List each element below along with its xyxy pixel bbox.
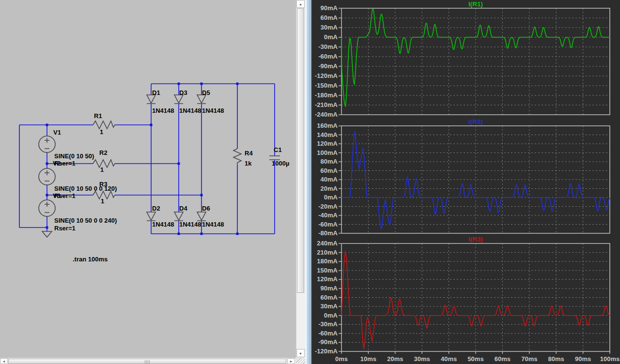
resistor-r2[interactable] [93, 160, 115, 167]
app-window: { "schematic": { "directive": ".tran 100… [0, 0, 620, 364]
r2-value-label: 1 [100, 167, 104, 173]
pane-title-ir2: I(R2) [468, 118, 483, 125]
d5-value-label: 1N4148 [202, 107, 224, 114]
diode-d4[interactable] [174, 212, 183, 221]
y-tick-label: -120mA [315, 348, 338, 355]
y-tick-label: -60mA [318, 330, 338, 337]
r4-name-label: R4 [245, 150, 253, 157]
v3-rser-label: Rser=1 [54, 225, 76, 232]
y-tick-label: -60mA [318, 53, 338, 60]
schematic-editor[interactable]: V1 SINE(0 10 50) V2 Rser=1 SINE(0 10 50 … [0, 0, 296, 358]
y-tick-label: -90mA [318, 338, 338, 346]
resistor-r1[interactable] [93, 121, 115, 129]
r4-value-label: 1k [245, 160, 251, 167]
plot-frame [341, 8, 610, 115]
y-tick-label: -60mA [318, 221, 338, 228]
voltage-source-v1[interactable] [39, 136, 55, 152]
r2-name-label: R2 [99, 150, 108, 156]
resize-grip[interactable] [296, 358, 305, 364]
horizontal-scrollbar[interactable]: ◄ ► [0, 358, 305, 364]
y-tick-label: 120mA [317, 140, 338, 147]
y-tick-label: 120mA [317, 275, 338, 283]
scroll-left-button[interactable]: ◄ [0, 358, 8, 364]
voltage-source-v3[interactable] [39, 200, 55, 216]
d4-value-label: 1N4148 [179, 221, 202, 228]
waveform-canvas: 90mA60mA30mA0mA-30mA-60mA-90mA-120mA-150… [312, 0, 620, 364]
v1-rser-label: Rser=1 [54, 160, 76, 167]
y-tick-label: -30mA [318, 43, 338, 50]
y-tick-label: 180mA [317, 258, 338, 265]
y-tick-label: -180mA [315, 91, 338, 99]
d5-name-label: D5 [202, 90, 210, 96]
d3-value-label: 1N4148 [179, 107, 202, 114]
panel-splitter[interactable] [305, 0, 312, 364]
trace-ir3 [341, 251, 610, 349]
vertical-scrollbar[interactable]: ▲ ▼ [296, 0, 305, 358]
scroll-thumb-grip [145, 360, 150, 364]
y-tick-label: 80mA [321, 158, 338, 165]
y-tick-label: 20mA [321, 185, 338, 192]
y-tick-label: -120mA [315, 72, 338, 79]
y-tick-label: -240mA [315, 111, 338, 118]
scroll-up-button[interactable]: ▲ [296, 0, 305, 8]
d2-name-label: D2 [152, 205, 160, 212]
diode-d6[interactable] [197, 212, 206, 221]
r1-name-label: R1 [94, 113, 102, 120]
x-tick-label: 60ms [495, 355, 511, 363]
y-tick-label: -210mA [315, 101, 338, 108]
y-tick-label: 160mA [317, 122, 338, 129]
y-tick-label: 60mA [321, 294, 338, 301]
pane-title-ir1: I(R1) [468, 0, 483, 8]
y-tick-label: 60mA [321, 14, 338, 21]
capacitor-c1[interactable] [269, 156, 280, 160]
c1-value-label: 1000µ [272, 160, 289, 167]
schematic-canvas [0, 0, 296, 358]
y-tick-label: 150mA [317, 267, 338, 274]
d1-name-label: D1 [152, 90, 160, 96]
x-tick-label: 10ms [360, 355, 376, 363]
y-tick-label: 30mA [321, 303, 338, 310]
x-tick-label: 70ms [521, 355, 537, 363]
tran-directive: .tran 100ms [73, 256, 108, 263]
horizontal-scroll-thumb[interactable] [8, 359, 286, 364]
x-tick-label: 90ms [575, 355, 591, 363]
x-tick-label: 80ms [548, 355, 564, 363]
scroll-right-button[interactable]: ► [287, 358, 295, 364]
v3-sine-label: SINE(0 10 50 0 0 240) [54, 217, 117, 224]
y-tick-label: 0mA [324, 312, 338, 319]
r3-value-label: 1 [101, 198, 104, 205]
y-tick-label: 0mA [324, 194, 338, 201]
y-tick-label: 140mA [317, 131, 338, 138]
vertical-scroll-thumb[interactable] [297, 8, 304, 293]
d3-name-label: D3 [179, 90, 187, 96]
y-tick-label: 90mA [321, 4, 338, 12]
diode-d2[interactable] [147, 212, 155, 221]
waveform-panel[interactable]: 90mA60mA30mA0mA-30mA-60mA-90mA-120mA-150… [312, 0, 620, 364]
d1-value-label: 1N4148 [152, 107, 174, 114]
y-tick-label: 240mA [317, 240, 338, 247]
y-tick-label: -20mA [318, 203, 338, 210]
resistor-r4[interactable] [233, 149, 241, 165]
scroll-down-button[interactable]: ▼ [296, 349, 305, 357]
d2-value-label: 1N4148 [152, 221, 174, 228]
y-tick-label: -90mA [318, 62, 338, 70]
ground-symbol[interactable] [42, 231, 52, 237]
d6-value-label: 1N4148 [202, 221, 224, 228]
d6-name-label: D6 [202, 205, 210, 212]
y-tick-label: 210mA [317, 249, 338, 256]
y-tick-label: 0mA [324, 33, 338, 41]
x-tick-label: 30ms [414, 355, 430, 363]
y-tick-label: 30mA [321, 24, 338, 31]
c1-name-label: C1 [274, 147, 282, 153]
y-tick-label: 100mA [317, 149, 338, 156]
y-tick-label: 40mA [321, 176, 338, 183]
v2-rser-label: Rser=1 [54, 193, 76, 199]
x-tick-label: 100ms [600, 355, 620, 363]
voltage-source-v2[interactable] [39, 168, 55, 185]
y-tick-label: -40mA [318, 212, 338, 219]
pane-title-ir3: I(R3) [468, 236, 483, 243]
y-tick-label: 60mA [321, 167, 338, 174]
r1-value-label: 1 [100, 129, 103, 136]
v1-name-label: V1 [53, 129, 61, 136]
x-tick-label: 50ms [467, 355, 483, 363]
